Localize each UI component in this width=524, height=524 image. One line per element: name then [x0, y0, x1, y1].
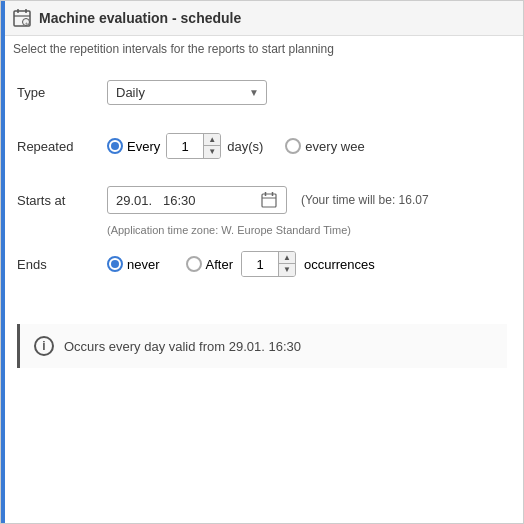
info-box: i Occurs every day valid from 29.01. 16:… — [17, 324, 507, 368]
every-value-input[interactable]: 1 — [167, 134, 203, 158]
info-icon: i — [34, 336, 54, 356]
starts-label: Starts at — [17, 193, 107, 208]
info-message: Occurs every day valid from 29.01. 16:30 — [64, 339, 301, 354]
every-radio-group: Every — [107, 138, 160, 154]
every-week-radio-button[interactable] — [285, 138, 301, 154]
type-select[interactable]: Daily Weekly Monthly — [107, 80, 267, 105]
ends-row: Ends never After 1 ▲ ▼ occurre — [17, 246, 507, 282]
every-spinner: 1 ▲ ▼ — [166, 133, 221, 159]
spinner-buttons: ▲ ▼ — [203, 134, 220, 158]
title-bar: + Machine evaluation - schedule — [1, 1, 523, 36]
after-label: After — [206, 257, 233, 272]
app-timezone-note: (Application time zone: W. Europe Standa… — [107, 224, 507, 236]
spinner-up-button[interactable]: ▲ — [204, 134, 220, 146]
svg-text:+: + — [25, 20, 28, 26]
after-radio-group: After — [186, 256, 233, 272]
main-window: + Machine evaluation - schedule Select t… — [0, 0, 524, 524]
ends-controls: never After 1 ▲ ▼ occurrences — [107, 251, 507, 277]
starts-row: Starts at 29.01. 16:30 — [17, 182, 507, 218]
form-area: Type Daily Weekly Monthly ▼ Repeated Eve… — [1, 66, 523, 308]
every-label: Every — [127, 139, 160, 154]
repeated-label: Repeated — [17, 139, 107, 154]
every-radio-button[interactable] — [107, 138, 123, 154]
your-time-note: (Your time will be: 16.07 — [301, 193, 429, 207]
never-radio-button[interactable] — [107, 256, 123, 272]
starts-controls: 29.01. 16:30 (Your time will be: 16.07 — [107, 186, 507, 214]
calendar-icon[interactable] — [260, 191, 278, 209]
starts-date-text: 29.01. 16:30 — [116, 193, 252, 208]
never-label: never — [127, 257, 160, 272]
occurrences-input[interactable]: 1 — [242, 252, 278, 276]
every-week-label: every wee — [305, 139, 364, 154]
svg-rect-6 — [262, 194, 276, 207]
schedule-icon: + — [13, 9, 31, 27]
date-input-wrapper: 29.01. 16:30 — [107, 186, 287, 214]
window-subtitle: Select the repetition intervals for the … — [1, 36, 523, 66]
type-select-wrapper: Daily Weekly Monthly ▼ — [107, 80, 267, 105]
every-week-radio-group: every wee — [285, 138, 364, 154]
repeated-row: Repeated Every 1 ▲ ▼ day(s) every wee — [17, 128, 507, 164]
never-radio-group: never — [107, 256, 160, 272]
ends-label: Ends — [17, 257, 107, 272]
type-row: Type Daily Weekly Monthly ▼ — [17, 74, 507, 110]
occurrences-label: occurrences — [304, 257, 375, 272]
occurrences-up-button[interactable]: ▲ — [279, 252, 295, 264]
type-label: Type — [17, 85, 107, 100]
after-radio-button[interactable] — [186, 256, 202, 272]
window-title: Machine evaluation - schedule — [39, 10, 241, 26]
occurrences-spinner-buttons: ▲ ▼ — [278, 252, 295, 276]
spinner-down-button[interactable]: ▼ — [204, 146, 220, 158]
type-controls: Daily Weekly Monthly ▼ — [107, 80, 507, 105]
days-unit-label: day(s) — [227, 139, 263, 154]
occurrences-spinner: 1 ▲ ▼ — [241, 251, 296, 277]
repeated-controls: Every 1 ▲ ▼ day(s) every wee — [107, 133, 507, 159]
occurrences-down-button[interactable]: ▼ — [279, 264, 295, 276]
